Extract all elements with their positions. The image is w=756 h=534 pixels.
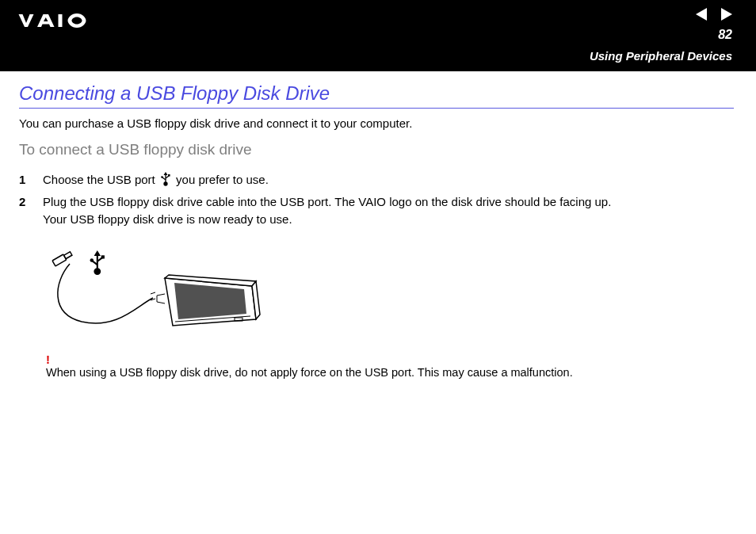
svg-marker-5 (163, 172, 167, 175)
svg-rect-12 (101, 256, 105, 259)
page-title: Connecting a USB Floppy Disk Drive (19, 82, 734, 105)
caution-text: When using a USB floppy disk drive, do n… (46, 366, 734, 379)
svg-rect-0 (59, 14, 63, 27)
caution-mark: ! (46, 353, 734, 366)
step2-line2: Your USB floppy disk drive is now ready … (43, 212, 292, 226)
nav-controls (696, 8, 732, 21)
floppy-drive-illustration (46, 246, 268, 341)
page-header: 82 Using Peripheral Devices (0, 0, 756, 71)
svg-point-11 (90, 259, 94, 262)
svg-marker-10 (94, 250, 101, 256)
prev-page-arrow-icon[interactable] (696, 8, 707, 21)
usb-icon (160, 172, 171, 186)
title-rule (19, 108, 734, 109)
svg-marker-2 (721, 8, 732, 21)
next-page-arrow-icon[interactable] (721, 8, 732, 21)
step1-before: Choose the USB port (43, 173, 158, 186)
page-content: Connecting a USB Floppy Disk Drive You c… (0, 71, 756, 379)
step1-after: you prefer to use. (176, 173, 269, 186)
svg-rect-7 (168, 174, 170, 177)
intro-text: You can purchase a USB floppy disk drive… (19, 116, 734, 130)
vaio-logo (17, 10, 97, 32)
svg-rect-14 (64, 252, 72, 259)
svg-marker-1 (696, 8, 707, 21)
page-number: 82 (718, 28, 732, 42)
step2-line1: Plug the USB floppy disk drive cable int… (43, 195, 611, 208)
section-name: Using Peripheral Devices (590, 49, 732, 63)
step-1: Choose the USB port you prefer to use. (19, 171, 734, 189)
steps-list: Choose the USB port you prefer to use. (19, 171, 734, 227)
procedure-heading: To connect a USB floppy disk drive (19, 141, 734, 158)
step-2: Plug the USB floppy disk drive cable int… (19, 193, 734, 228)
svg-point-6 (161, 176, 163, 178)
